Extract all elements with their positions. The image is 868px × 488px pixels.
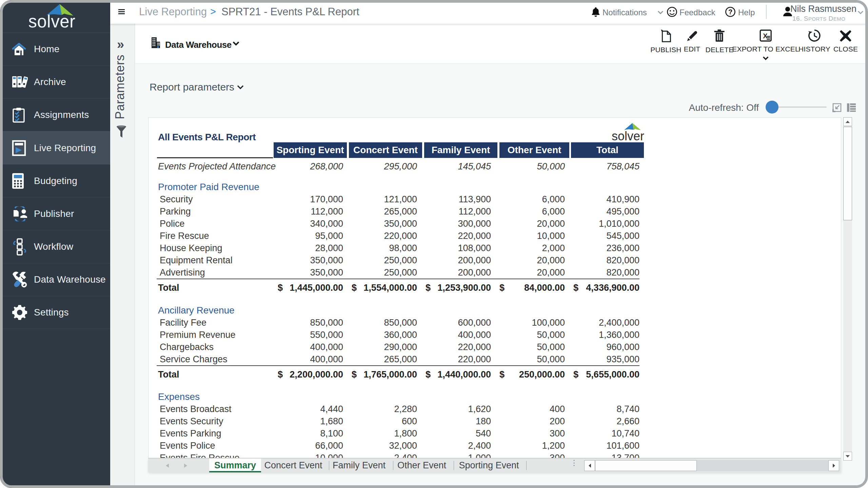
svg-text:?: ? — [728, 8, 732, 16]
svg-text:solver: solver — [612, 129, 644, 142]
svg-text:solver: solver — [28, 12, 75, 31]
